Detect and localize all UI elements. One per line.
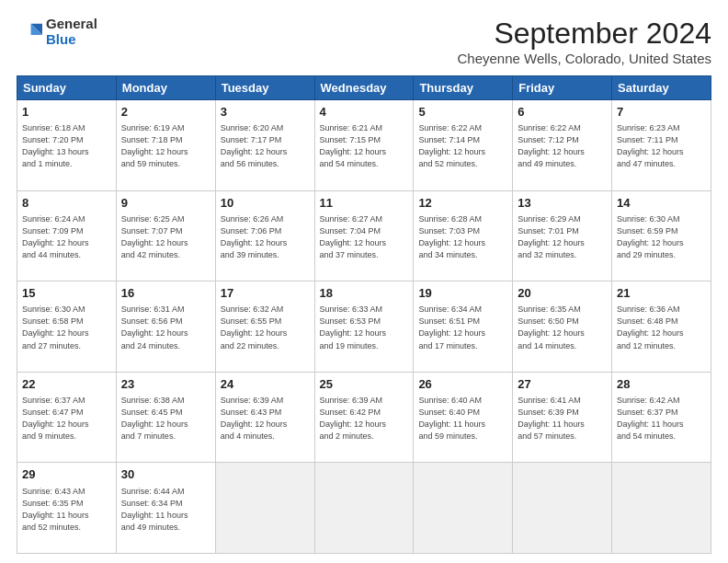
day-info: Sunrise: 6:19 AM Sunset: 7:18 PM Dayligh…	[121, 122, 210, 170]
day-number: 14	[617, 195, 706, 212]
page-header: General Blue September 2024 Cheyenne Wel…	[17, 17, 711, 66]
day-info: Sunrise: 6:34 AM Sunset: 6:51 PM Dayligh…	[418, 304, 507, 351]
day-number: 16	[121, 285, 210, 302]
logo: General Blue	[17, 17, 97, 47]
week-row-2: 8Sunrise: 6:24 AM Sunset: 7:09 PM Daylig…	[17, 190, 711, 282]
calendar-cell: 6Sunrise: 6:22 AM Sunset: 7:12 PM Daylig…	[513, 100, 612, 191]
day-number: 1	[22, 104, 111, 121]
day-info: Sunrise: 6:35 AM Sunset: 6:50 PM Dayligh…	[518, 304, 607, 351]
calendar-cell: 11Sunrise: 6:27 AM Sunset: 7:04 PM Dayli…	[314, 190, 414, 282]
day-number: 11	[320, 195, 409, 212]
day-number: 19	[418, 285, 507, 302]
weekday-header-monday: Monday	[116, 76, 215, 100]
day-info: Sunrise: 6:28 AM Sunset: 7:03 PM Dayligh…	[418, 213, 507, 261]
calendar-cell: 23Sunrise: 6:38 AM Sunset: 6:45 PM Dayli…	[116, 372, 215, 463]
calendar-cell: 26Sunrise: 6:40 AM Sunset: 6:40 PM Dayli…	[414, 372, 513, 463]
calendar-cell: 12Sunrise: 6:28 AM Sunset: 7:03 PM Dayli…	[414, 190, 513, 282]
day-number: 23	[121, 376, 210, 393]
calendar-cell: 7Sunrise: 6:23 AM Sunset: 7:11 PM Daylig…	[612, 100, 711, 191]
calendar-cell: 15Sunrise: 6:30 AM Sunset: 6:58 PM Dayli…	[17, 282, 117, 373]
calendar-cell: 10Sunrise: 6:26 AM Sunset: 7:06 PM Dayli…	[215, 190, 314, 282]
calendar-cell: 29Sunrise: 6:43 AM Sunset: 6:35 PM Dayli…	[17, 463, 117, 554]
day-number: 18	[320, 285, 409, 302]
calendar-cell: 27Sunrise: 6:41 AM Sunset: 6:39 PM Dayli…	[513, 372, 612, 463]
day-number: 8	[22, 195, 111, 212]
week-row-1: 1Sunrise: 6:18 AM Sunset: 7:20 PM Daylig…	[17, 100, 711, 191]
day-number: 6	[518, 104, 607, 121]
day-info: Sunrise: 6:38 AM Sunset: 6:45 PM Dayligh…	[121, 395, 210, 442]
weekday-header-thursday: Thursday	[414, 76, 513, 100]
calendar-cell: 3Sunrise: 6:20 AM Sunset: 7:17 PM Daylig…	[215, 100, 314, 191]
calendar-cell: 9Sunrise: 6:25 AM Sunset: 7:07 PM Daylig…	[116, 190, 215, 282]
day-number: 26	[418, 376, 507, 393]
weekday-row: SundayMondayTuesdayWednesdayThursdayFrid…	[17, 76, 711, 100]
day-number: 22	[22, 376, 111, 393]
calendar-table: SundayMondayTuesdayWednesdayThursdayFrid…	[17, 75, 711, 554]
day-number: 21	[617, 285, 706, 302]
calendar-cell: 18Sunrise: 6:33 AM Sunset: 6:53 PM Dayli…	[314, 282, 414, 373]
day-number: 24	[221, 376, 310, 393]
day-info: Sunrise: 6:31 AM Sunset: 6:56 PM Dayligh…	[121, 304, 210, 351]
day-info: Sunrise: 6:41 AM Sunset: 6:39 PM Dayligh…	[518, 395, 607, 442]
logo-general: General	[46, 16, 97, 31]
logo-text: General Blue	[46, 17, 97, 47]
month-title: September 2024	[457, 17, 711, 51]
day-info: Sunrise: 6:33 AM Sunset: 6:53 PM Dayligh…	[320, 304, 409, 351]
calendar-cell	[513, 463, 612, 554]
calendar-cell: 5Sunrise: 6:22 AM Sunset: 7:14 PM Daylig…	[414, 100, 513, 191]
week-row-5: 29Sunrise: 6:43 AM Sunset: 6:35 PM Dayli…	[17, 463, 711, 554]
calendar-cell: 1Sunrise: 6:18 AM Sunset: 7:20 PM Daylig…	[17, 100, 117, 191]
day-info: Sunrise: 6:20 AM Sunset: 7:17 PM Dayligh…	[221, 122, 310, 170]
day-info: Sunrise: 6:44 AM Sunset: 6:34 PM Dayligh…	[121, 486, 210, 534]
day-number: 25	[320, 376, 409, 393]
calendar-cell: 13Sunrise: 6:29 AM Sunset: 7:01 PM Dayli…	[513, 190, 612, 282]
day-info: Sunrise: 6:43 AM Sunset: 6:35 PM Dayligh…	[22, 486, 111, 534]
day-info: Sunrise: 6:18 AM Sunset: 7:20 PM Dayligh…	[22, 122, 111, 170]
day-info: Sunrise: 6:22 AM Sunset: 7:14 PM Dayligh…	[418, 122, 507, 170]
calendar-cell: 25Sunrise: 6:39 AM Sunset: 6:42 PM Dayli…	[314, 372, 414, 463]
day-number: 29	[22, 466, 111, 483]
calendar-cell: 24Sunrise: 6:39 AM Sunset: 6:43 PM Dayli…	[215, 372, 314, 463]
calendar-cell: 21Sunrise: 6:36 AM Sunset: 6:48 PM Dayli…	[612, 282, 711, 373]
day-number: 7	[617, 104, 706, 121]
day-info: Sunrise: 6:40 AM Sunset: 6:40 PM Dayligh…	[418, 395, 507, 442]
day-info: Sunrise: 6:24 AM Sunset: 7:09 PM Dayligh…	[22, 213, 111, 261]
calendar-cell: 28Sunrise: 6:42 AM Sunset: 6:37 PM Dayli…	[612, 372, 711, 463]
day-number: 27	[518, 376, 607, 393]
day-info: Sunrise: 6:23 AM Sunset: 7:11 PM Dayligh…	[617, 122, 706, 170]
day-number: 3	[221, 104, 310, 121]
weekday-header-wednesday: Wednesday	[314, 76, 414, 100]
weekday-header-tuesday: Tuesday	[215, 76, 314, 100]
logo-icon	[17, 19, 42, 45]
day-number: 20	[518, 285, 607, 302]
calendar-header: SundayMondayTuesdayWednesdayThursdayFrid…	[17, 76, 711, 100]
calendar-cell	[314, 463, 414, 554]
weekday-header-friday: Friday	[513, 76, 612, 100]
calendar-cell: 14Sunrise: 6:30 AM Sunset: 6:59 PM Dayli…	[612, 190, 711, 282]
day-info: Sunrise: 6:29 AM Sunset: 7:01 PM Dayligh…	[518, 213, 607, 261]
day-number: 30	[121, 466, 210, 483]
day-number: 9	[121, 195, 210, 212]
calendar-cell: 20Sunrise: 6:35 AM Sunset: 6:50 PM Dayli…	[513, 282, 612, 373]
day-info: Sunrise: 6:37 AM Sunset: 6:47 PM Dayligh…	[22, 395, 111, 442]
day-number: 17	[221, 285, 310, 302]
calendar-cell	[414, 463, 513, 554]
weekday-header-sunday: Sunday	[17, 76, 117, 100]
calendar-cell: 2Sunrise: 6:19 AM Sunset: 7:18 PM Daylig…	[116, 100, 215, 191]
calendar-page: General Blue September 2024 Cheyenne Wel…	[0, 0, 728, 563]
day-number: 5	[418, 104, 507, 121]
title-block: September 2024 Cheyenne Wells, Colorado,…	[457, 17, 711, 66]
calendar-cell	[215, 463, 314, 554]
calendar-cell: 4Sunrise: 6:21 AM Sunset: 7:15 PM Daylig…	[314, 100, 414, 191]
day-number: 4	[320, 104, 409, 121]
calendar-cell	[612, 463, 711, 554]
calendar-cell: 19Sunrise: 6:34 AM Sunset: 6:51 PM Dayli…	[414, 282, 513, 373]
day-info: Sunrise: 6:27 AM Sunset: 7:04 PM Dayligh…	[320, 213, 409, 261]
week-row-3: 15Sunrise: 6:30 AM Sunset: 6:58 PM Dayli…	[17, 282, 711, 373]
calendar-cell: 8Sunrise: 6:24 AM Sunset: 7:09 PM Daylig…	[17, 190, 117, 282]
day-info: Sunrise: 6:25 AM Sunset: 7:07 PM Dayligh…	[121, 213, 210, 261]
day-number: 28	[617, 376, 706, 393]
day-info: Sunrise: 6:21 AM Sunset: 7:15 PM Dayligh…	[320, 122, 409, 170]
day-number: 15	[22, 285, 111, 302]
day-number: 10	[221, 195, 310, 212]
